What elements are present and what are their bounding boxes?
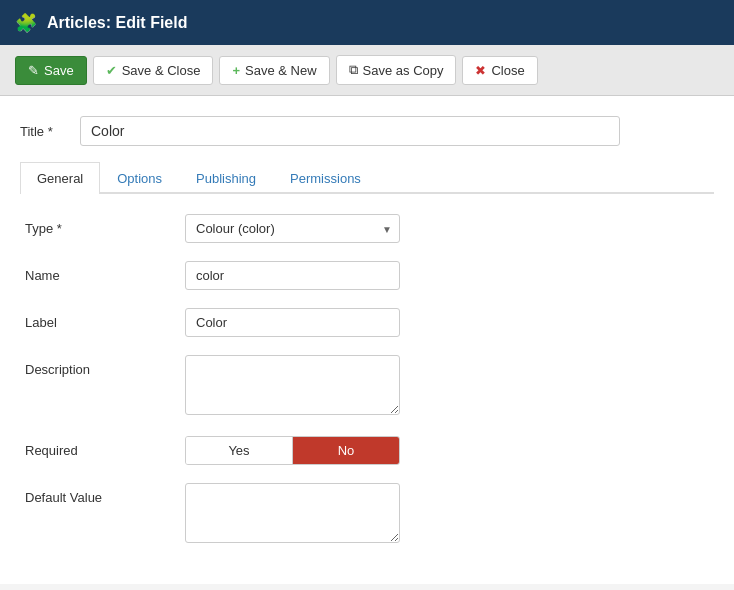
- description-row: Description: [25, 355, 709, 418]
- save-label: Save: [44, 63, 74, 78]
- required-control: Yes No: [185, 436, 405, 465]
- close-button[interactable]: ✖ Close: [462, 56, 537, 85]
- title-label: Title *: [20, 124, 70, 139]
- description-label: Description: [25, 355, 185, 377]
- save-icon: ✎: [28, 63, 39, 78]
- required-row: Required Yes No: [25, 436, 709, 465]
- content-area: Title * General Options Publishing Permi…: [0, 96, 734, 584]
- toolbar: ✎ Save ✔ Save & Close + Save & New ⧉ Sav…: [0, 45, 734, 96]
- name-label: Name: [25, 261, 185, 283]
- title-input[interactable]: [80, 116, 620, 146]
- default-value-label: Default Value: [25, 483, 185, 505]
- default-value-row: Default Value: [25, 483, 709, 546]
- form-area: Type * Colour (color) ▼ Name Label: [20, 214, 714, 546]
- tab-publishing[interactable]: Publishing: [179, 162, 273, 194]
- label-control: [185, 308, 405, 337]
- close-label: Close: [491, 63, 524, 78]
- default-value-control: [185, 483, 405, 546]
- description-control: [185, 355, 405, 418]
- page-title: Articles: Edit Field: [47, 14, 187, 32]
- required-yes-button[interactable]: Yes: [186, 437, 292, 464]
- description-textarea[interactable]: [185, 355, 400, 415]
- checkmark-icon: ✔: [106, 63, 117, 78]
- type-select-wrapper: Colour (color) ▼: [185, 214, 400, 243]
- tab-permissions[interactable]: Permissions: [273, 162, 378, 194]
- save-button[interactable]: ✎ Save: [15, 56, 87, 85]
- save-new-button[interactable]: + Save & New: [219, 56, 329, 85]
- copy-icon: ⧉: [349, 62, 358, 78]
- title-row: Title *: [20, 116, 714, 146]
- save-new-label: Save & New: [245, 63, 317, 78]
- tabs-bar: General Options Publishing Permissions: [20, 162, 714, 194]
- type-select[interactable]: Colour (color): [185, 214, 400, 243]
- label-row: Label: [25, 308, 709, 337]
- tab-options[interactable]: Options: [100, 162, 179, 194]
- save-close-label: Save & Close: [122, 63, 201, 78]
- required-label: Required: [25, 436, 185, 458]
- type-control: Colour (color) ▼: [185, 214, 405, 243]
- puzzle-icon: 🧩: [15, 12, 37, 34]
- type-row: Type * Colour (color) ▼: [25, 214, 709, 243]
- type-label: Type *: [25, 214, 185, 236]
- name-control: [185, 261, 405, 290]
- required-no-button[interactable]: No: [293, 437, 399, 464]
- close-x-icon: ✖: [475, 63, 486, 78]
- tab-general[interactable]: General: [20, 162, 100, 194]
- save-copy-button[interactable]: ⧉ Save as Copy: [336, 55, 457, 85]
- plus-icon: +: [232, 63, 240, 78]
- label-label: Label: [25, 308, 185, 330]
- default-value-textarea[interactable]: [185, 483, 400, 543]
- name-input[interactable]: [185, 261, 400, 290]
- save-copy-label: Save as Copy: [363, 63, 444, 78]
- required-toggle: Yes No: [185, 436, 400, 465]
- name-row: Name: [25, 261, 709, 290]
- save-close-button[interactable]: ✔ Save & Close: [93, 56, 214, 85]
- label-input[interactable]: [185, 308, 400, 337]
- app-header: 🧩 Articles: Edit Field: [0, 0, 734, 45]
